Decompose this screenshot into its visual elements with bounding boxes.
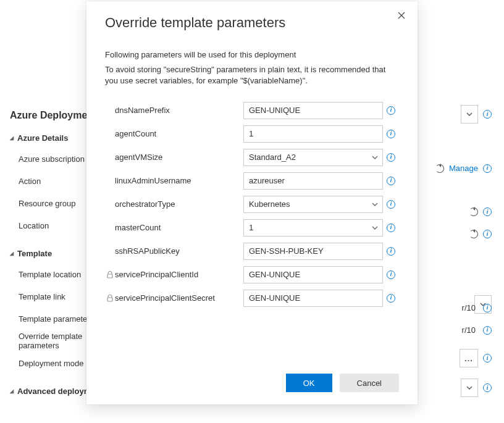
param-label: dnsNamePrefix — [115, 106, 243, 115]
info-icon[interactable] — [483, 304, 492, 312]
param-row-dns-name-prefix: dnsNamePrefix — [105, 102, 399, 119]
bg-control-r4 — [469, 230, 492, 238]
param-label: linuxAdminUsername — [115, 176, 243, 185]
param-label: masterCount — [115, 223, 243, 232]
lock-icon — [105, 295, 115, 302]
parameter-list: dnsNamePrefixagentCountagentVMSizelinuxA… — [105, 102, 399, 307]
close-button[interactable] — [394, 9, 409, 23]
param-label: agentVMSize — [115, 153, 243, 162]
info-icon[interactable] — [483, 110, 492, 119]
param-select[interactable] — [243, 149, 383, 166]
dialog-footer: OK Cancel — [105, 361, 399, 392]
param-row-agent-v-m-size: agentVMSize — [105, 149, 399, 166]
dialog-desc-2: To avoid storing "secureString" paramete… — [105, 64, 399, 86]
info-icon[interactable] — [383, 270, 399, 279]
refresh-icon[interactable] — [435, 164, 444, 173]
param-label: orchestratorType — [115, 199, 243, 209]
param-label: servicePrincipalClientId — [115, 270, 243, 279]
svg-rect-0 — [107, 274, 112, 278]
param-input-wrap — [243, 243, 383, 260]
param-input-wrap — [243, 290, 383, 307]
refresh-icon[interactable] — [469, 230, 478, 238]
ok-button[interactable]: OK — [286, 374, 332, 392]
param-input[interactable] — [243, 290, 383, 307]
param-input-wrap — [243, 196, 383, 213]
param-label: sshRSAPublicKey — [115, 246, 243, 256]
bg-control-r9 — [461, 379, 492, 397]
lock-icon — [105, 271, 115, 279]
info-icon[interactable] — [383, 130, 399, 138]
param-row-service-principal-client-secret: servicePrincipalClientSecret — [105, 290, 399, 307]
param-input[interactable] — [243, 243, 383, 260]
param-input[interactable] — [243, 125, 383, 143]
param-input-wrap — [243, 102, 383, 119]
manage-link[interactable]: Manage — [449, 164, 478, 173]
bg-control-r6: r/10 — [462, 303, 492, 312]
info-icon[interactable] — [483, 354, 492, 362]
info-icon[interactable] — [383, 247, 399, 256]
info-icon[interactable] — [383, 177, 399, 185]
chevron-down-icon[interactable] — [461, 379, 478, 397]
param-label: servicePrincipalClientSecret — [115, 293, 243, 303]
param-input-wrap — [243, 266, 383, 283]
param-row-master-count: masterCount — [105, 219, 399, 237]
param-row-agent-count: agentCount — [105, 125, 399, 143]
param-input-wrap — [243, 172, 383, 190]
bg-control-r3 — [469, 207, 492, 216]
info-icon[interactable] — [483, 207, 492, 216]
info-icon[interactable] — [383, 153, 399, 162]
bg-control-r1 — [461, 105, 492, 124]
param-row-linux-admin-username: linuxAdminUsername — [105, 172, 399, 190]
info-icon[interactable] — [483, 383, 492, 392]
chevron-down-icon[interactable] — [461, 105, 478, 124]
info-icon[interactable] — [483, 230, 492, 238]
param-label: agentCount — [115, 129, 243, 138]
param-row-ssh-r-s-a-public-key: sshRSAPublicKey — [105, 243, 399, 260]
param-row-service-principal-client-id: servicePrincipalClientId — [105, 266, 399, 283]
param-input[interactable] — [243, 102, 383, 119]
info-icon[interactable] — [383, 294, 399, 303]
refresh-icon[interactable] — [469, 207, 478, 216]
dialog-title: Override template parameters — [105, 15, 399, 31]
param-row-orchestrator-type: orchestratorType — [105, 196, 399, 213]
info-icon[interactable] — [383, 200, 399, 209]
bg-control-r7: r/10 — [462, 325, 492, 335]
param-input[interactable] — [243, 266, 383, 283]
bg-control-r2: Manage — [435, 164, 492, 173]
cancel-button[interactable]: Cancel — [340, 374, 399, 392]
info-icon[interactable] — [383, 224, 399, 232]
info-icon[interactable] — [483, 164, 492, 173]
info-icon[interactable] — [483, 326, 492, 335]
param-select[interactable] — [243, 196, 383, 213]
svg-rect-1 — [107, 298, 112, 301]
param-input-wrap — [243, 219, 383, 237]
param-input[interactable] — [243, 172, 383, 190]
ellipsis-button[interactable]: ... — [460, 349, 478, 367]
param-input-wrap — [243, 125, 383, 143]
param-select[interactable] — [243, 219, 383, 237]
dialog-desc-1: Following parameters will be used for th… — [105, 49, 399, 61]
param-input-wrap — [243, 149, 383, 166]
bg-control-r8: ... — [460, 349, 492, 367]
override-template-parameters-dialog: Override template parameters Following p… — [86, 1, 418, 404]
info-icon[interactable] — [383, 106, 399, 115]
